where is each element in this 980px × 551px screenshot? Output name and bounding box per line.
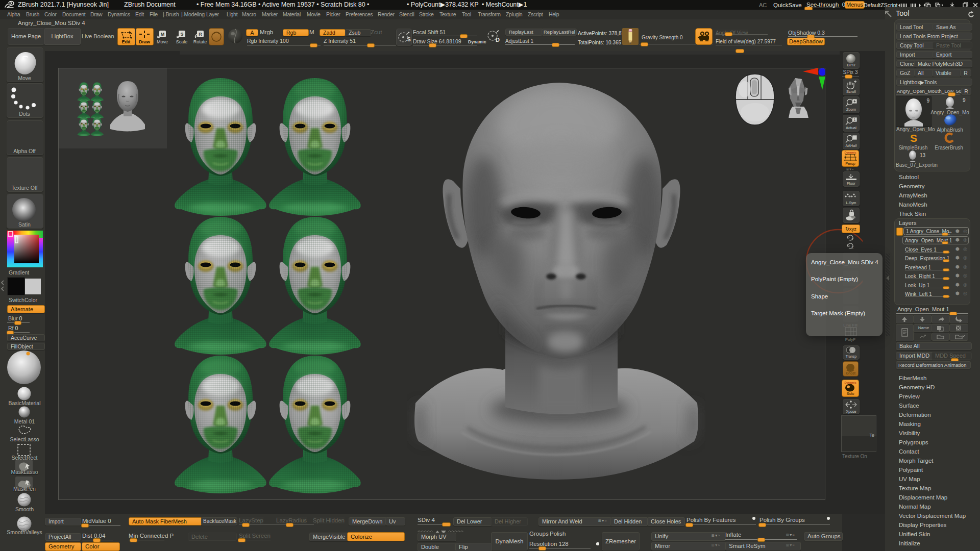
svg-text:L.Sym: L.Sym <box>846 201 856 205</box>
svg-text:Move: Move <box>157 39 168 44</box>
svg-text:1: 1 <box>854 118 856 121</box>
svg-text:Dynamic: Dynamic <box>845 381 856 384</box>
svg-text:D: D <box>496 37 500 43</box>
svg-text:Draw: Draw <box>139 39 151 44</box>
svg-text:AAHalf: AAHalf <box>846 144 857 147</box>
svg-text:S: S <box>407 37 411 42</box>
svg-text:Dynamic: Dynamic <box>845 151 856 154</box>
svg-text:R: R <box>199 32 202 37</box>
svg-text:Zoom: Zoom <box>846 107 856 112</box>
svg-text:Transp: Transp <box>846 355 857 359</box>
svg-text:Y: Y <box>851 237 854 241</box>
svg-text:Edit: Edit <box>122 39 131 44</box>
svg-text:Rotate: Rotate <box>193 39 207 44</box>
svg-text:Scroll: Scroll <box>846 89 856 94</box>
svg-text:BPR: BPR <box>847 63 855 67</box>
svg-text:Floor: Floor <box>847 181 856 186</box>
svg-text:M: M <box>161 32 165 37</box>
svg-text:S: S <box>910 132 917 144</box>
svg-text:Persp: Persp <box>845 161 855 166</box>
svg-text:Solo: Solo <box>846 391 854 396</box>
svg-text:Xpose: Xpose <box>846 410 856 414</box>
svg-text:Ghost: Ghost <box>846 371 855 375</box>
svg-text:Actual: Actual <box>846 126 856 130</box>
svg-text:Scale: Scale <box>176 39 188 44</box>
svg-text:S: S <box>180 32 183 37</box>
svg-text:Z: Z <box>851 245 854 249</box>
